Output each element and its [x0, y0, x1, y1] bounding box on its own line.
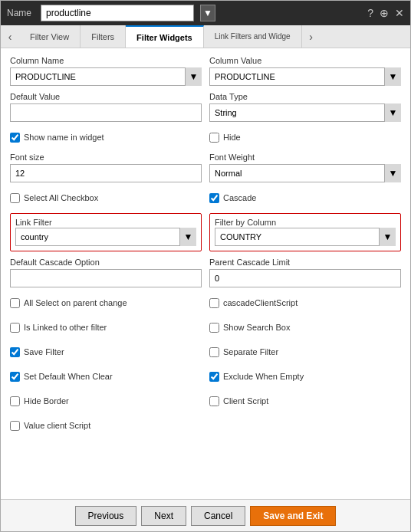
font-size-label: Font size	[10, 153, 202, 162]
show-search-checkbox[interactable]	[209, 323, 219, 333]
name-input[interactable]	[41, 5, 194, 21]
close-icon[interactable]: ✕	[395, 7, 404, 19]
column-value-label: Column Value	[209, 56, 401, 65]
name-dropdown-arrow[interactable]: ▼	[200, 5, 215, 21]
main-window: Name ▼ ? ⊕ ✕ ‹ Filter View Filters Filte…	[0, 0, 411, 532]
cascade-label: Cascade	[223, 193, 256, 202]
link-filter-section: Link Filter country ▼	[10, 213, 202, 251]
show-name-checkbox-row: Show name in widget	[10, 128, 202, 146]
value-client-row: Value client Script	[10, 416, 401, 435]
set-default-label: Set Default When Clear	[24, 372, 113, 381]
tab-link-filters[interactable]: Link Filters and Widge	[204, 25, 302, 48]
column-name-select-wrapper: PRODUCTLINE ▼	[10, 67, 202, 86]
save-and-exit-button[interactable]: Save and Exit	[250, 506, 336, 526]
previous-button[interactable]: Previous	[75, 506, 137, 526]
cascade-col: Cascade	[209, 189, 401, 207]
hide-border-client-row: Hide Border Client Script	[10, 392, 401, 410]
cancel-button[interactable]: Cancel	[191, 506, 245, 526]
exclude-empty-col: Exclude When Empty	[209, 367, 401, 386]
title-icons: ? ⊕ ✕	[367, 7, 404, 19]
value-client-col: Value client Script	[10, 416, 202, 435]
default-cascade-input[interactable]	[10, 269, 202, 287]
cascade-checkbox[interactable]	[209, 193, 219, 203]
title-bar: Name ▼ ? ⊕ ✕	[1, 1, 410, 25]
hide-border-checkbox[interactable]	[10, 396, 20, 406]
select-all-label: Select All Checkbox	[24, 193, 98, 202]
tab-filters[interactable]: Filters	[81, 25, 126, 48]
column-row: Column Name PRODUCTLINE ▼ Column Value P…	[10, 56, 401, 86]
save-filter-checkbox[interactable]	[10, 347, 20, 357]
separate-filter-checkbox-row: Separate Filter	[209, 343, 401, 361]
link-filter-select-wrapper: country ▼	[15, 228, 196, 246]
font-weight-label: Font Weight	[209, 153, 401, 162]
is-linked-checkbox[interactable]	[10, 323, 20, 333]
is-linked-checkbox-row: Is Linked to other filter	[10, 318, 202, 337]
font-weight-col: Font Weight Normal ▼	[209, 153, 401, 182]
hide-checkbox-row: Hide	[209, 128, 401, 146]
parent-cascade-input[interactable]	[209, 269, 401, 287]
hide-col: Hide	[209, 128, 401, 146]
exclude-empty-checkbox-row: Exclude When Empty	[209, 367, 401, 386]
footer: Previous Next Cancel Save and Exit	[1, 499, 410, 531]
column-value-col: Column Value PRODUCTLINE ▼	[209, 56, 401, 86]
link-filter-section-label: Link Filter	[15, 218, 52, 227]
parent-cascade-label: Parent Cascade Limit	[209, 258, 401, 267]
default-value-label: Default Value	[10, 92, 202, 101]
empty-col	[209, 416, 401, 435]
set-default-exclude-row: Set Default When Clear Exclude When Empt…	[10, 367, 401, 386]
data-type-label: Data Type	[209, 92, 401, 101]
column-value-select[interactable]: PRODUCTLINE	[209, 67, 401, 86]
font-weight-select-wrapper: Normal ▼	[209, 164, 401, 182]
show-search-col: Show Search Box	[209, 318, 401, 337]
select-all-col: Select All Checkbox	[10, 189, 202, 207]
next-button[interactable]: Next	[141, 506, 186, 526]
hide-label: Hide	[223, 133, 241, 142]
tab-filter-view[interactable]: Filter View	[19, 25, 81, 48]
exclude-empty-checkbox[interactable]	[209, 372, 219, 382]
set-default-checkbox[interactable]	[10, 372, 20, 382]
font-weight-select[interactable]: Normal	[209, 164, 401, 182]
show-search-checkbox-row: Show Search Box	[209, 318, 401, 337]
column-name-select[interactable]: PRODUCTLINE	[10, 67, 202, 86]
expand-icon[interactable]: ⊕	[380, 7, 389, 19]
cascade-options-row: Default Cascade Option Parent Cascade Li…	[10, 258, 401, 287]
filter-by-column-section: Filter by Column COUNTRY ▼	[209, 213, 401, 251]
tab-prev-arrow[interactable]: ‹	[1, 25, 19, 48]
select-all-checkbox[interactable]	[10, 193, 20, 203]
save-filter-col: Save Filter	[10, 343, 202, 361]
show-search-label: Show Search Box	[223, 323, 290, 332]
cascade-client-script-checkbox[interactable]	[209, 298, 219, 308]
show-name-checkbox[interactable]	[10, 133, 20, 143]
parent-cascade-col: Parent Cascade Limit	[209, 258, 401, 287]
tab-next-arrow[interactable]: ›	[302, 25, 321, 48]
font-row: Font size Font Weight Normal ▼	[10, 153, 401, 182]
all-select-col: All Select on parent change	[10, 294, 202, 312]
font-size-input[interactable]	[10, 164, 202, 182]
hide-border-label: Hide Border	[24, 396, 69, 406]
data-type-select-wrapper: String ▼	[209, 103, 401, 122]
all-select-checkbox-row: All Select on parent change	[10, 294, 202, 312]
hide-border-col: Hide Border	[10, 392, 202, 410]
tab-filter-widgets[interactable]: Filter Widgets	[126, 25, 204, 48]
content-area: Column Name PRODUCTLINE ▼ Column Value P…	[1, 48, 410, 499]
tabs-bar: ‹ Filter View Filters Filter Widgets Lin…	[1, 25, 410, 48]
cascade-client-script-col: cascadeClientScript	[209, 294, 401, 312]
is-linked-label: Is Linked to other filter	[24, 323, 107, 332]
font-size-col: Font size	[10, 153, 202, 182]
separate-filter-checkbox[interactable]	[209, 347, 219, 357]
value-client-checkbox[interactable]	[10, 421, 20, 431]
hide-checkbox[interactable]	[209, 133, 219, 143]
data-type-select[interactable]: String	[209, 103, 401, 122]
cascade-client-script-checkbox-row: cascadeClientScript	[209, 294, 401, 312]
show-name-label: Show name in widget	[24, 133, 104, 142]
help-icon[interactable]: ?	[367, 7, 373, 19]
default-cascade-label: Default Cascade Option	[10, 258, 202, 267]
default-value-input[interactable]	[10, 103, 202, 122]
client-script-checkbox[interactable]	[209, 396, 219, 406]
filter-by-column-label: Filter by Column	[215, 218, 276, 227]
all-select-checkbox[interactable]	[10, 298, 20, 308]
link-filter-select[interactable]: country	[15, 228, 196, 246]
is-linked-col: Is Linked to other filter	[10, 318, 202, 337]
filter-by-column-select[interactable]: COUNTRY	[215, 228, 396, 246]
select-all-checkbox-row: Select All Checkbox	[10, 189, 202, 207]
